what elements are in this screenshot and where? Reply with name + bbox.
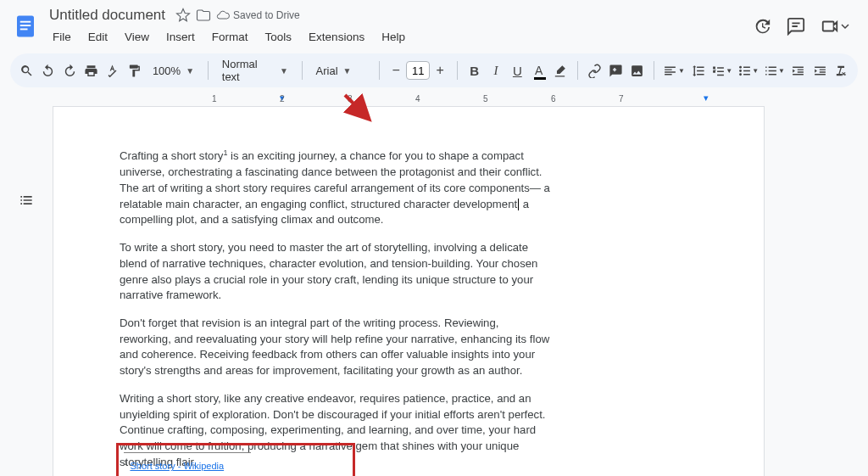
- menu-help[interactable]: Help: [375, 27, 412, 47]
- insert-image-button[interactable]: [629, 59, 645, 81]
- menu-bar: File Edit View Insert Format Tools Exten…: [46, 27, 412, 47]
- document-page[interactable]: Crafting a short story1 is an exciting j…: [53, 106, 765, 476]
- paragraph-style-select[interactable]: Normal text▼: [217, 58, 293, 83]
- save-status[interactable]: Saved to Drive: [216, 8, 300, 22]
- ruler-mark: 7: [619, 94, 624, 104]
- numbered-list-button[interactable]: ▼: [764, 59, 785, 81]
- video-icon: [821, 17, 839, 36]
- title-bar: Untitled document Saved to Drive File Ed…: [0, 0, 868, 47]
- right-indent-marker[interactable]: ▾: [704, 92, 709, 104]
- footnote-link[interactable]: Short story - Wikipedia: [130, 461, 224, 471]
- bold-button[interactable]: B: [466, 59, 482, 81]
- spellcheck-button[interactable]: [104, 59, 120, 81]
- font-size-input[interactable]: 11: [406, 61, 430, 80]
- svg-rect-3: [20, 28, 28, 30]
- insert-link-button[interactable]: [586, 59, 602, 81]
- text-color-button[interactable]: A: [531, 59, 547, 81]
- italic-button[interactable]: I: [487, 59, 504, 81]
- menu-extensions[interactable]: Extensions: [302, 27, 371, 47]
- paragraph[interactable]: Crafting a short story1 is an exciting j…: [120, 148, 552, 228]
- horizontal-ruler[interactable]: ▾ 1 2 3 4 5 6 7 ▾: [51, 92, 868, 106]
- comment-icon[interactable]: [787, 17, 805, 36]
- svg-rect-1: [20, 20, 31, 22]
- add-comment-button[interactable]: [608, 59, 624, 81]
- paint-format-button[interactable]: [126, 59, 142, 81]
- underline-button[interactable]: U: [509, 59, 526, 81]
- paragraph[interactable]: Don't forget that revision is an integra…: [120, 316, 552, 379]
- search-menus-button[interactable]: [19, 59, 35, 81]
- paragraph[interactable]: To write a short story, you need to mast…: [120, 240, 552, 304]
- text-cursor: [518, 199, 519, 210]
- checklist-button[interactable]: ▼: [711, 59, 732, 81]
- svg-point-4: [739, 65, 742, 68]
- ruler-mark: 5: [483, 94, 488, 104]
- align-button[interactable]: ▼: [663, 59, 685, 81]
- svg-point-5: [739, 70, 742, 72]
- ruler-mark: 4: [415, 94, 420, 104]
- menu-tools[interactable]: Tools: [259, 27, 299, 47]
- print-button[interactable]: [83, 59, 99, 81]
- increase-font-button[interactable]: +: [431, 59, 448, 81]
- chevron-down-icon: [841, 22, 849, 31]
- footnote-entry[interactable]: 1Short story - Wikipedia: [124, 458, 251, 473]
- svg-line-7: [345, 95, 367, 117]
- meet-button[interactable]: [821, 17, 849, 36]
- menu-insert[interactable]: Insert: [159, 27, 202, 47]
- move-icon[interactable]: [196, 8, 211, 23]
- undo-button[interactable]: [40, 59, 56, 81]
- line-spacing-button[interactable]: [690, 59, 706, 81]
- cloud-icon: [216, 8, 230, 22]
- ruler-mark: 1: [212, 94, 217, 104]
- zoom-select[interactable]: 100%▼: [147, 64, 199, 77]
- arrow-annotation: [342, 92, 376, 129]
- decrease-font-button[interactable]: −: [387, 59, 404, 81]
- toolbar: 100%▼ Normal text▼ Arial▼ − 11 + B I U A…: [10, 53, 858, 87]
- ruler-mark: 6: [551, 94, 556, 104]
- show-outline-button[interactable]: [14, 188, 39, 213]
- menu-view[interactable]: View: [118, 27, 156, 47]
- document-title[interactable]: Untitled document: [46, 5, 169, 25]
- docs-logo[interactable]: [10, 11, 41, 42]
- menu-edit[interactable]: Edit: [81, 27, 114, 47]
- increase-indent-button[interactable]: [811, 59, 827, 81]
- ruler-mark: 2: [280, 94, 285, 104]
- svg-point-6: [739, 73, 742, 76]
- footnote-number: 1: [124, 459, 127, 467]
- menu-file[interactable]: File: [46, 27, 78, 47]
- font-select[interactable]: Arial▼: [311, 64, 370, 77]
- decrease-indent-button[interactable]: [790, 59, 806, 81]
- svg-rect-2: [20, 25, 31, 26]
- bulleted-list-button[interactable]: ▼: [737, 59, 759, 81]
- menu-format[interactable]: Format: [205, 27, 255, 47]
- footnote-highlight-annotation: 1Short story - Wikipedia: [116, 443, 355, 476]
- history-icon[interactable]: [753, 17, 771, 36]
- footnote-separator: [124, 452, 251, 453]
- save-status-text: Saved to Drive: [233, 9, 300, 21]
- highlight-button[interactable]: [552, 59, 568, 81]
- clear-formatting-button[interactable]: [833, 59, 849, 81]
- text: Crafting a short story: [120, 149, 223, 162]
- star-icon[interactable]: [175, 8, 191, 23]
- redo-button[interactable]: [62, 59, 78, 81]
